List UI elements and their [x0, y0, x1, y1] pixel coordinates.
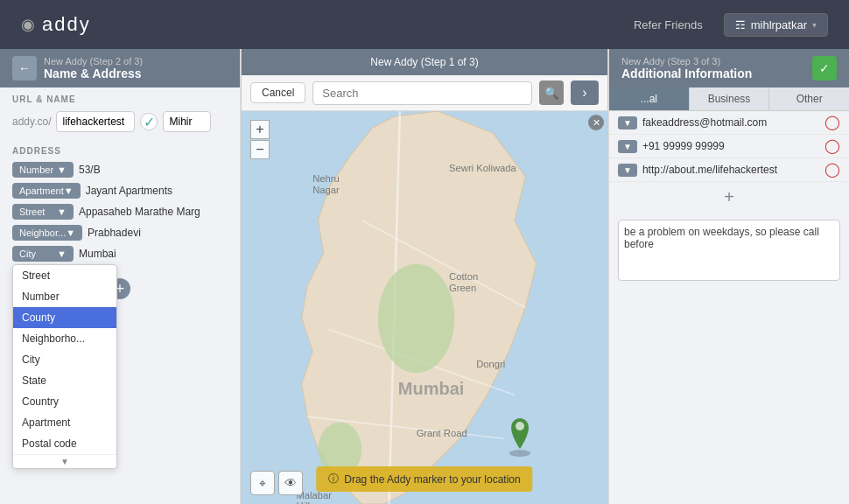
- addr-field-city: City ▼ Mumbai: [0, 243, 240, 264]
- contact-url-value: http://about.me/lifehackertest: [642, 164, 819, 176]
- url-check-icon: ✓: [140, 113, 158, 130]
- url-name-section-label: URL & NAME: [0, 88, 240, 108]
- tab-business[interactable]: Business: [690, 88, 770, 110]
- field-value-city: Mumbai: [79, 248, 228, 260]
- refer-friends-link[interactable]: Refer Friends: [634, 18, 703, 32]
- contact-email-value: fakeaddress@hotmail.com: [642, 116, 819, 129]
- contact-tabs: ...al Business Other: [609, 88, 849, 111]
- cancel-button[interactable]: Cancel: [250, 82, 305, 103]
- drag-hint: ⓘ Drag the Addy marker to your location: [316, 466, 532, 492]
- notes-field[interactable]: be a problem on weekdays, so please call…: [618, 220, 840, 281]
- user-icon: ☶: [735, 18, 746, 32]
- tab-business-label: Business: [708, 93, 751, 105]
- contact-row-email: ▼ fakeaddress@hotmail.com ◯: [609, 111, 849, 135]
- zoom-in-button[interactable]: +: [250, 120, 270, 139]
- map-bottom-controls: ⌖ 👁: [250, 471, 303, 495]
- tab-personal[interactable]: ...al: [609, 88, 690, 110]
- user-caret-icon: ▾: [812, 20, 817, 30]
- marker-svg: [502, 405, 537, 458]
- map-background: Nehru Nagar Sewri Koliwada Cotton Green …: [242, 111, 607, 504]
- field-type-apt-caret-icon: ▼: [64, 186, 74, 196]
- notes-text: be a problem on weekdays, so please call…: [624, 226, 819, 250]
- svg-text:Sewri Koliwada: Sewri Koliwada: [449, 163, 516, 173]
- search-input[interactable]: [312, 81, 532, 105]
- tab-personal-label: ...al: [641, 93, 657, 105]
- next-step-button[interactable]: ›: [571, 80, 599, 105]
- zoom-out-button[interactable]: −: [250, 140, 270, 159]
- addr-field-apartment: Apartment ▼ Jayant Apartments: [0, 180, 240, 201]
- step3-header: New Addy (Step 3 of 3) Additional Inform…: [609, 49, 849, 88]
- field-type-number[interactable]: Number ▼: [12, 162, 74, 178]
- svg-text:Green: Green: [449, 283, 476, 293]
- name-input[interactable]: [163, 111, 211, 132]
- field-type-dropdown[interactable]: Street Number County Neighborho... City …: [12, 264, 117, 469]
- url-prefix: addy.co/: [12, 116, 51, 128]
- dropdown-item-city[interactable]: City: [13, 349, 116, 370]
- info-icon: ⓘ: [328, 472, 339, 486]
- dropdown-item-apartment[interactable]: Apartment: [13, 412, 116, 433]
- step1-label: New Addy (Step 1 of 3): [370, 56, 478, 68]
- field-value-neighborhood: Prabhadevi: [88, 227, 228, 239]
- map-area[interactable]: Nehru Nagar Sewri Koliwada Cotton Green …: [242, 111, 607, 504]
- dropdown-item-postal[interactable]: Postal code: [13, 433, 116, 454]
- step2-panel: ← New Addy (Step 2 of 3) Name & Address …: [0, 49, 241, 504]
- add-contact-button[interactable]: +: [609, 182, 849, 213]
- contact-phone-value: +91 99999 99999: [642, 140, 819, 152]
- step1-header: New Addy (Step 1 of 3): [242, 49, 607, 75]
- dropdown-item-country[interactable]: Country: [13, 391, 116, 412]
- zoom-controls: + −: [250, 120, 270, 159]
- contact-type-email-button[interactable]: ▼: [618, 116, 637, 130]
- remove-email-button[interactable]: ◯: [824, 116, 840, 130]
- tab-other-label: Other: [796, 93, 823, 105]
- dropdown-item-neighborhood[interactable]: Neighborho...: [13, 328, 116, 349]
- dropdown-item-state[interactable]: State: [13, 370, 116, 391]
- location-marker[interactable]: [502, 405, 537, 460]
- svg-point-18: [509, 450, 530, 457]
- svg-point-19: [516, 422, 524, 430]
- field-type-street[interactable]: Street ▼: [12, 204, 74, 220]
- addr-field-neighborhood: Neighbor... ▼ Prabhadevi: [0, 222, 240, 243]
- top-nav: ◉ addy Refer Friends ☶ mihlrpatkar ▾: [0, 0, 849, 49]
- svg-text:Nagar: Nagar: [312, 185, 340, 195]
- field-type-neighborhood-label: Neighbor...: [19, 228, 66, 238]
- eye-button[interactable]: 👁: [278, 471, 303, 495]
- dropdown-scroll-icon[interactable]: ▼: [13, 454, 116, 468]
- addr-field-number: Number ▼ 53/B: [0, 159, 240, 180]
- logo-text: addy: [42, 13, 91, 36]
- svg-text:Grant Road: Grant Road: [417, 428, 467, 438]
- contact-row-phone: ▼ +91 99999 99999 ◯: [609, 135, 849, 158]
- step3-panel: New Addy (Step 3 of 3) Additional Inform…: [608, 49, 849, 504]
- field-type-neighborhood[interactable]: Neighbor... ▼: [12, 225, 82, 241]
- username-label: mihlrpatkar: [751, 18, 807, 32]
- map-svg: Nehru Nagar Sewri Koliwada Cotton Green …: [242, 111, 607, 504]
- nav-right: Refer Friends ☶ mihlrpatkar ▾: [634, 13, 828, 37]
- svg-text:Hill: Hill: [296, 500, 310, 504]
- tab-other[interactable]: Other: [769, 88, 849, 110]
- close-map-button[interactable]: ✕: [588, 115, 604, 130]
- step2-title: Name & Address: [44, 66, 228, 80]
- dropdown-item-street[interactable]: Street: [13, 265, 116, 286]
- svg-point-6: [378, 264, 454, 374]
- user-menu-button[interactable]: ☶ mihlrpatkar ▾: [724, 13, 828, 37]
- done-button[interactable]: ✓: [812, 56, 837, 80]
- contact-type-phone-button[interactable]: ▼: [618, 140, 637, 153]
- url-input[interactable]: [56, 111, 135, 132]
- field-type-city[interactable]: City ▼: [12, 246, 74, 262]
- remove-url-button[interactable]: ◯: [824, 163, 840, 177]
- field-value-street: Appasaheb Marathe Marg: [79, 206, 228, 218]
- step2-label: New Addy (Step 2 of 3): [44, 56, 228, 66]
- back-button[interactable]: ←: [12, 56, 37, 80]
- field-type-apartment[interactable]: Apartment ▼: [12, 183, 81, 199]
- location-button[interactable]: ⌖: [250, 471, 275, 495]
- field-value-apartment: Jayant Apartments: [86, 185, 228, 197]
- svg-text:Dongri: Dongri: [476, 359, 505, 369]
- dropdown-item-county[interactable]: County: [13, 307, 116, 328]
- contact-row-url: ▼ http://about.me/lifehackertest ◯: [609, 158, 849, 182]
- remove-phone-button[interactable]: ◯: [824, 139, 840, 153]
- map-controls-row: Cancel 🔍 ›: [242, 75, 607, 111]
- field-type-street-label: Street: [19, 206, 45, 217]
- dropdown-item-number[interactable]: Number: [13, 286, 116, 307]
- contact-type-url-button[interactable]: ▼: [618, 164, 637, 177]
- search-button[interactable]: 🔍: [539, 80, 564, 105]
- pin-icon: ◉: [21, 15, 35, 34]
